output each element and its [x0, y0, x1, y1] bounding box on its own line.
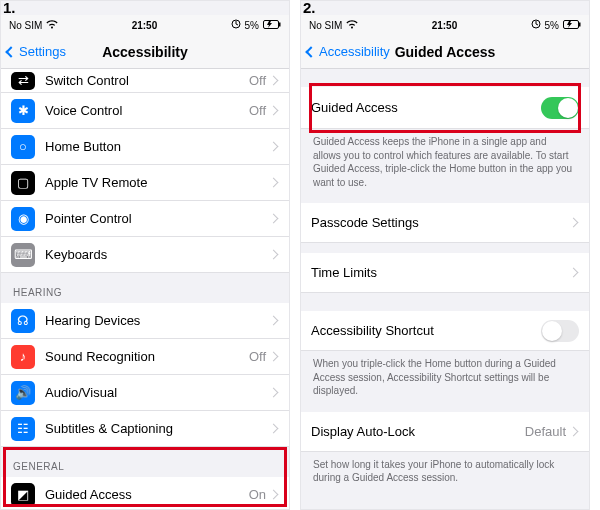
- pane-number-2: 2.: [303, 0, 316, 16]
- row-label: Guided Access: [45, 487, 249, 502]
- status-time: 21:50: [132, 20, 158, 31]
- chevron-left-icon: [5, 46, 16, 57]
- chevron-right-icon: [569, 426, 579, 436]
- row-label: Subtitles & Captioning: [45, 421, 270, 436]
- pane-accessibility: 1. No SIM 21:50 5% Settings Accessibilit…: [0, 0, 290, 510]
- battery-icon: [263, 20, 281, 31]
- row-value: Default: [525, 424, 566, 439]
- back-button[interactable]: Settings: [7, 44, 66, 59]
- row-label: Passcode Settings: [311, 215, 570, 230]
- list-row[interactable]: ◉Pointer Control: [1, 201, 289, 237]
- row-label: Home Button: [45, 139, 270, 154]
- list-row[interactable]: ☊Hearing Devices: [1, 303, 289, 339]
- row-value: On: [249, 487, 266, 502]
- wifi-icon: [46, 20, 58, 31]
- chevron-right-icon: [269, 352, 279, 362]
- list-row[interactable]: ⇄Switch ControlOff: [1, 69, 289, 93]
- back-label: Settings: [19, 44, 66, 59]
- footer-shortcut: When you triple-click the Home button du…: [301, 351, 589, 402]
- list-row[interactable]: ▢Apple TV Remote: [1, 165, 289, 201]
- chevron-right-icon: [269, 214, 279, 224]
- appletv-icon: ▢: [11, 171, 35, 195]
- guided-icon: ◩: [11, 483, 35, 507]
- keyboard-icon: ⌨: [11, 243, 35, 267]
- battery-pct: 5%: [545, 20, 559, 31]
- chevron-left-icon: [305, 46, 316, 57]
- wifi-icon: [346, 20, 358, 31]
- chevron-right-icon: [269, 142, 279, 152]
- row-label: Keyboards: [45, 247, 270, 262]
- pane-number-1: 1.: [3, 0, 16, 16]
- list-row[interactable]: ⌨Keyboards: [1, 237, 289, 273]
- pointer-icon: ◉: [11, 207, 35, 231]
- row-label: Accessibility Shortcut: [311, 323, 541, 338]
- svg-rect-5: [579, 22, 581, 26]
- row-label: Display Auto-Lock: [311, 424, 525, 439]
- chevron-right-icon: [269, 316, 279, 326]
- carrier-text: No SIM: [9, 20, 42, 31]
- svg-rect-2: [279, 22, 281, 26]
- content-left[interactable]: ⇄Switch ControlOff✱Voice ControlOff○Home…: [1, 69, 289, 509]
- list-row[interactable]: ☷Subtitles & Captioning: [1, 411, 289, 447]
- row-value: Off: [249, 73, 266, 88]
- content-right[interactable]: Guided Access Guided Access keeps the iP…: [301, 69, 589, 509]
- row-accessibility-shortcut[interactable]: Accessibility Shortcut: [301, 311, 589, 351]
- toggle-guided-access[interactable]: [541, 97, 579, 119]
- ear-icon: ☊: [11, 309, 35, 333]
- chevron-right-icon: [269, 76, 279, 86]
- row-label: Pointer Control: [45, 211, 270, 226]
- orientation-lock-icon: [231, 19, 241, 31]
- status-time: 21:50: [432, 20, 458, 31]
- footer-autolock: Set how long it takes your iPhone to aut…: [301, 452, 589, 489]
- group-header-hearing: HEARING: [1, 273, 289, 303]
- sound-icon: ♪: [11, 345, 35, 369]
- row-label: Apple TV Remote: [45, 175, 270, 190]
- switch-icon: ⇄: [11, 72, 35, 90]
- list-row[interactable]: ◩Guided AccessOn: [1, 477, 289, 509]
- group-header-general: GENERAL: [1, 447, 289, 477]
- svg-rect-1: [264, 20, 279, 28]
- chevron-right-icon: [569, 218, 579, 228]
- voice-icon: ✱: [11, 99, 35, 123]
- list-row[interactable]: ♪Sound RecognitionOff: [1, 339, 289, 375]
- status-bar: No SIM 21:50 5%: [301, 15, 589, 35]
- subtitles-icon: ☷: [11, 417, 35, 441]
- row-label: Hearing Devices: [45, 313, 270, 328]
- chevron-right-icon: [269, 178, 279, 188]
- toggle-accessibility-shortcut[interactable]: [541, 320, 579, 342]
- row-display-autolock[interactable]: Display Auto-Lock Default: [301, 412, 589, 452]
- chevron-right-icon: [269, 424, 279, 434]
- row-label: Voice Control: [45, 103, 249, 118]
- back-button[interactable]: Accessibility: [307, 44, 390, 59]
- list-row[interactable]: 🔊Audio/Visual: [1, 375, 289, 411]
- list-row[interactable]: ○Home Button: [1, 129, 289, 165]
- pane-guided-access: 2. No SIM 21:50 5% Accessibility Guided …: [300, 0, 590, 510]
- row-label: Sound Recognition: [45, 349, 249, 364]
- row-label: Switch Control: [45, 73, 249, 88]
- chevron-right-icon: [269, 388, 279, 398]
- row-label: Guided Access: [311, 100, 541, 115]
- battery-icon: [563, 20, 581, 31]
- list-row[interactable]: Passcode Settings: [301, 203, 589, 243]
- carrier-text: No SIM: [309, 20, 342, 31]
- row-value: Off: [249, 103, 266, 118]
- nav-bar: Accessibility Guided Access: [301, 35, 589, 69]
- chevron-right-icon: [269, 490, 279, 500]
- row-value: Off: [249, 349, 266, 364]
- chevron-right-icon: [269, 106, 279, 116]
- row-guided-access-toggle[interactable]: Guided Access: [301, 87, 589, 129]
- list-row[interactable]: ✱Voice ControlOff: [1, 93, 289, 129]
- back-label: Accessibility: [319, 44, 390, 59]
- orientation-lock-icon: [531, 19, 541, 31]
- audio-icon: 🔊: [11, 381, 35, 405]
- chevron-right-icon: [269, 250, 279, 260]
- home-icon: ○: [11, 135, 35, 159]
- row-label: Time Limits: [311, 265, 570, 280]
- footer-guided-access: Guided Access keeps the iPhone in a sing…: [301, 129, 589, 193]
- list-row[interactable]: Time Limits: [301, 253, 589, 293]
- chevron-right-icon: [569, 268, 579, 278]
- svg-rect-4: [564, 20, 579, 28]
- row-label: Audio/Visual: [45, 385, 270, 400]
- battery-pct: 5%: [245, 20, 259, 31]
- nav-bar: Settings Accessibility: [1, 35, 289, 69]
